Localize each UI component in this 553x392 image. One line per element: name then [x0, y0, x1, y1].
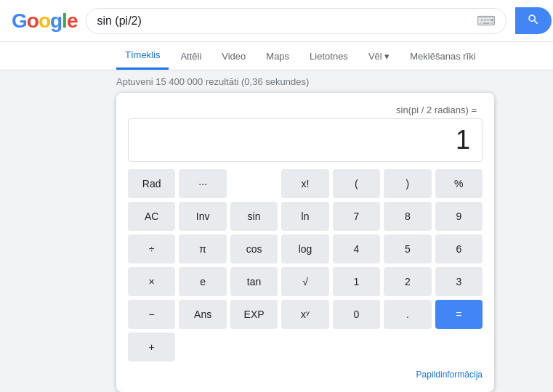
calc-btn-Inv[interactable]: Inv — [179, 202, 226, 231]
nav-item-lietotnes[interactable]: Lietotnes — [301, 44, 357, 69]
calc-btn-e[interactable]: e — [179, 267, 226, 296]
calc-btn-log[interactable]: log — [281, 234, 328, 264]
search-input[interactable] — [97, 15, 471, 28]
nav-item-timeklis[interactable]: Tīmeklis — [116, 42, 169, 70]
calc-btn-3[interactable]: 3 — [435, 267, 483, 296]
header: Google ⌨ — [0, 0, 553, 42]
calc-btn-_[interactable]: − — [128, 300, 175, 329]
calc-btn-___[interactable]: ··· — [179, 169, 226, 198]
calc-btn-8[interactable]: 8 — [384, 202, 431, 231]
nav-item-vel[interactable]: Vēl ▾ — [360, 44, 398, 69]
calc-btn-cos[interactable]: cos — [230, 234, 278, 264]
calc-btn-ln[interactable]: ln — [281, 202, 328, 231]
calc-btn-AC[interactable]: AC — [128, 202, 175, 231]
calc-btn-7[interactable]: 7 — [333, 202, 380, 231]
nav-item-meklesanas-riki[interactable]: Meklēšanas rīki — [401, 44, 484, 69]
calc-btn-_[interactable]: . — [384, 300, 431, 329]
calc-btn-Ans[interactable]: Ans — [179, 300, 226, 329]
search-icon — [527, 13, 540, 26]
calc-btn-4[interactable]: 4 — [333, 234, 380, 264]
nav-item-video[interactable]: Video — [213, 44, 254, 69]
search-bar: ⌨ — [86, 8, 506, 34]
nav-item-maps[interactable]: Maps — [257, 44, 298, 69]
calc-btn-2[interactable]: 2 — [384, 267, 431, 296]
search-button[interactable] — [515, 7, 552, 34]
nav: Tīmeklis Attēli Video Maps Lietotnes Vēl… — [0, 42, 553, 70]
calc-btn-sin[interactable]: sin — [230, 202, 278, 231]
calc-btn-_[interactable]: √ — [281, 267, 328, 296]
calc-btn-EXP[interactable]: EXP — [230, 300, 278, 329]
calc-btn-9[interactable]: 9 — [435, 202, 483, 231]
calc-btn-_[interactable]: = — [435, 300, 483, 329]
calc-btn-x_[interactable]: xʸ — [281, 300, 328, 329]
calc-btn-0[interactable]: 0 — [333, 300, 380, 329]
papild-link[interactable]: Papildinformācija — [416, 369, 483, 380]
calc-btn-_[interactable]: ) — [384, 169, 431, 198]
calc-button-grid: Rad···x!()%ACInvsinln789÷πcoslog456×etan… — [128, 169, 483, 362]
calc-display: 1 — [128, 118, 483, 162]
calc-btn-6[interactable]: 6 — [435, 234, 483, 264]
nav-item-atteli[interactable]: Attēli — [171, 44, 210, 69]
calc-expression: sin(pi / 2 radians) = — [128, 105, 483, 118]
calc-btn-x_[interactable]: x! — [281, 169, 328, 198]
calc-btn-_[interactable]: + — [128, 332, 175, 362]
results-count: Aptuveni 15 400 000 rezultāti (0,36 seku… — [0, 70, 553, 93]
calc-btn-1[interactable]: 1 — [333, 267, 380, 296]
calc-footer: Papildinformācija — [128, 367, 483, 380]
google-logo: Google — [12, 9, 77, 33]
calc-btn-_[interactable]: ÷ — [128, 234, 175, 264]
calc-spacer — [230, 169, 278, 198]
calc-btn-_[interactable]: % — [435, 169, 483, 198]
keyboard-icon[interactable]: ⌨ — [477, 13, 496, 29]
calc-btn-tan[interactable]: tan — [230, 267, 278, 296]
calc-btn-_[interactable]: ( — [333, 169, 380, 198]
calc-btn-_[interactable]: π — [179, 234, 226, 264]
calc-btn-_[interactable]: × — [128, 267, 175, 296]
calc-btn-5[interactable]: 5 — [384, 234, 431, 264]
calculator-card: sin(pi / 2 radians) = 1 Rad···x!()%ACInv… — [116, 93, 494, 392]
calc-btn-Rad[interactable]: Rad — [128, 169, 175, 198]
